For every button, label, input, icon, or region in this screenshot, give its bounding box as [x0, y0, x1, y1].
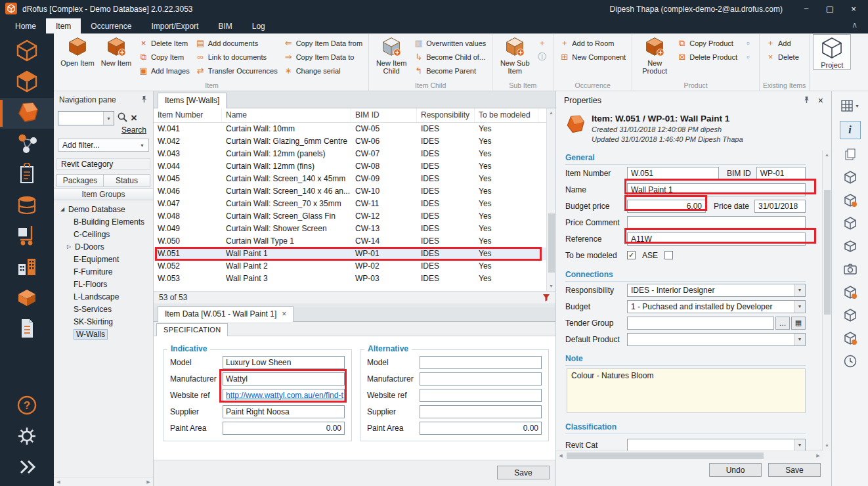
table-row-W.047[interactable]: W.047Curtain Wall: Screen_70 x 35mmCW-11…: [154, 198, 548, 210]
sidebar-item-packages[interactable]: [0, 283, 54, 314]
chevron-down-icon[interactable]: ▼: [794, 334, 805, 345]
menu-tab-occurrence[interactable]: Occurrence: [81, 18, 141, 33]
history-icon[interactable]: [840, 353, 860, 369]
new-sub-item-button[interactable]: New Sub Item: [496, 34, 534, 75]
default-product-select[interactable]: ▼: [627, 333, 806, 346]
sidebar-item-logistics[interactable]: [0, 221, 54, 252]
tree-item-s-services[interactable]: S-Services: [54, 303, 153, 315]
save-button[interactable]: Save: [768, 463, 821, 477]
scrollbar-thumb[interactable]: [567, 453, 764, 459]
tree-item-e-equipment[interactable]: E-Equipment: [54, 253, 153, 265]
item-number-input[interactable]: W.051: [627, 167, 719, 180]
scroll-up-icon[interactable]: ▲: [547, 108, 555, 118]
tab-packages[interactable]: Packages: [56, 174, 104, 187]
table-row-W.051[interactable]: W.051Wall Paint 1WP-01IDESYes: [154, 248, 548, 260]
column-header-responsibility[interactable]: Responsibility: [417, 108, 475, 122]
tree-item-fl-floors[interactable]: FL-Floors: [54, 278, 153, 290]
undo-button[interactable]: Undo: [709, 463, 762, 477]
tree-root[interactable]: ◢Demo Database: [54, 203, 153, 215]
menu-tab-home[interactable]: Home: [5, 18, 46, 33]
new-item-child-button[interactable]: New Item Child: [372, 34, 410, 75]
add-to-room-button[interactable]: +Add to Room: [557, 36, 628, 50]
revit-category-item[interactable]: Revit Category: [56, 158, 150, 170]
scroll-down-icon[interactable]: ▼: [823, 441, 831, 451]
sidebar-item-help[interactable]: ?: [0, 391, 54, 422]
copy-product-button[interactable]: ⧉Copy Product: [674, 36, 740, 50]
delete-item-button[interactable]: ×Delete Item: [136, 36, 192, 50]
price-comment-input[interactable]: [627, 216, 806, 229]
name-input[interactable]: Wall Paint 1: [627, 183, 806, 196]
scroll-right-icon[interactable]: ▶: [814, 453, 823, 458]
search-input[interactable]: ▼: [58, 111, 114, 125]
scroll-left-icon[interactable]: ◀: [54, 479, 63, 485]
item-data-save-button[interactable]: Save: [497, 466, 550, 479]
responsibility-select[interactable]: IDES - Interior Designer▼: [627, 284, 806, 297]
chevron-down-icon[interactable]: ▼: [794, 284, 805, 296]
change-serial-button[interactable]: ∗Change serial: [281, 64, 365, 77]
copy-item-button[interactable]: ⧉Copy Item: [136, 50, 192, 64]
website-link[interactable]: http://www.wattyl.com.au/en/find-t: [226, 391, 343, 400]
data-sheets-icon[interactable]: [840, 146, 860, 162]
sub-item-info-button[interactable]: ⓘ: [534, 50, 550, 64]
tree-item-l-landscape[interactable]: L-Landscape: [54, 290, 153, 303]
items-scrollbar[interactable]: ▲ ▼: [546, 108, 555, 291]
copy-product-sheet-button[interactable]: ▫: [741, 36, 756, 50]
tab-status[interactable]: Status: [104, 174, 150, 187]
tree-item-sk-skirting[interactable]: SK-Skirting: [54, 315, 153, 328]
overwritten-values-button[interactable]: ▥Overwritten values: [411, 36, 488, 50]
indicative-supplier-input[interactable]: Paint Right Noosa: [223, 405, 345, 418]
search-icon[interactable]: [117, 112, 128, 125]
paste-product-sheet-button[interactable]: ▫: [741, 50, 756, 64]
price-date-input[interactable]: 31/01/2018: [754, 200, 806, 213]
tree-item-b-building-elements[interactable]: B-Building Elements: [54, 215, 153, 228]
indicative-website-ref-input[interactable]: http://www.wattyl.com.au/en/find-t: [223, 389, 345, 402]
note-textarea[interactable]: Colour - Natures Bloom: [567, 368, 806, 413]
add-images-button[interactable]: ▣Add Images: [136, 64, 192, 77]
sidebar-item-database[interactable]: [0, 190, 54, 221]
indicative-model-input[interactable]: Luxury Low Sheen: [223, 356, 345, 369]
maximize-button[interactable]: ▢: [821, 0, 839, 18]
table-row-W.044[interactable]: W.044Curtain Wall: 12mm (fins)CW-08IDESY…: [154, 160, 548, 173]
menu-tab-item[interactable]: Item: [46, 18, 81, 33]
model-grid-icon[interactable]: [840, 215, 860, 231]
model-cube-5-icon[interactable]: [840, 330, 860, 346]
copy-item-data-from-button[interactable]: ⇐Copy Item Data from: [281, 36, 365, 50]
tab-specification[interactable]: SPECIFICATION: [156, 323, 228, 336]
model-cube-1-icon[interactable]: [840, 169, 860, 185]
menu-tab-import-export[interactable]: Import/Export: [141, 18, 208, 33]
table-row-W.045[interactable]: W.045Curtain Wall: Screen_140 x 45mmCW-0…: [154, 173, 548, 185]
become-parent-button[interactable]: ↰Become Parent: [411, 64, 488, 77]
alternative-paint-area-input[interactable]: 0.00: [420, 422, 542, 435]
alternative-manufacturer-input[interactable]: [420, 372, 542, 386]
new-component-button[interactable]: ⊞New Component: [557, 50, 628, 64]
alternative-website-ref-input[interactable]: [420, 389, 542, 402]
indicative-paint-area-input[interactable]: 0.00: [223, 422, 345, 435]
close-tab-icon[interactable]: ×: [282, 309, 286, 319]
open-item-button[interactable]: Open Item: [58, 34, 97, 67]
properties-horizontal-scrollbar[interactable]: ◀ ▶: [556, 451, 823, 460]
sidebar-item-attachments[interactable]: [0, 160, 54, 190]
table-row-W.046[interactable]: W.046Curtain Wall: Screen_140 x 46 an...…: [154, 185, 548, 198]
indicative-manufacturer-input[interactable]: Wattyl: [223, 372, 345, 386]
collapse-ribbon-icon[interactable]: ∧: [852, 20, 857, 30]
clear-search-icon[interactable]: ×: [131, 112, 137, 124]
new-item-button[interactable]: New Item: [97, 34, 135, 67]
tree-item-c-ceilings[interactable]: C-Ceilings: [54, 228, 153, 240]
column-header-name[interactable]: Name: [222, 108, 351, 122]
close-button[interactable]: ×: [844, 0, 863, 18]
close-panel-icon[interactable]: ×: [818, 95, 823, 106]
package-icon[interactable]: [840, 238, 860, 254]
classification-select[interactable]: ▼: [627, 439, 806, 451]
table-row-W.053[interactable]: W.053Wall Paint 3WP-03IDESYes: [154, 273, 548, 285]
ase-checkbox[interactable]: [664, 251, 673, 259]
budget-price-input[interactable]: 6.00: [627, 200, 706, 213]
add-existing-item-button[interactable]: +Add: [763, 36, 802, 50]
column-header-to-be-modeled[interactable]: To be modeled: [475, 108, 538, 122]
filter-icon[interactable]: [542, 294, 550, 301]
tender-group-input[interactable]: [627, 317, 774, 330]
project-button[interactable]: Project: [813, 34, 851, 70]
info-icon[interactable]: i: [840, 121, 861, 139]
sidebar-item-settings[interactable]: [0, 422, 54, 453]
add-filter-dropdown[interactable]: Add filter... ▼: [58, 139, 149, 152]
table-row-W.041[interactable]: W.041Curtain Wall: 10mmCW-05IDESYes: [154, 123, 548, 135]
